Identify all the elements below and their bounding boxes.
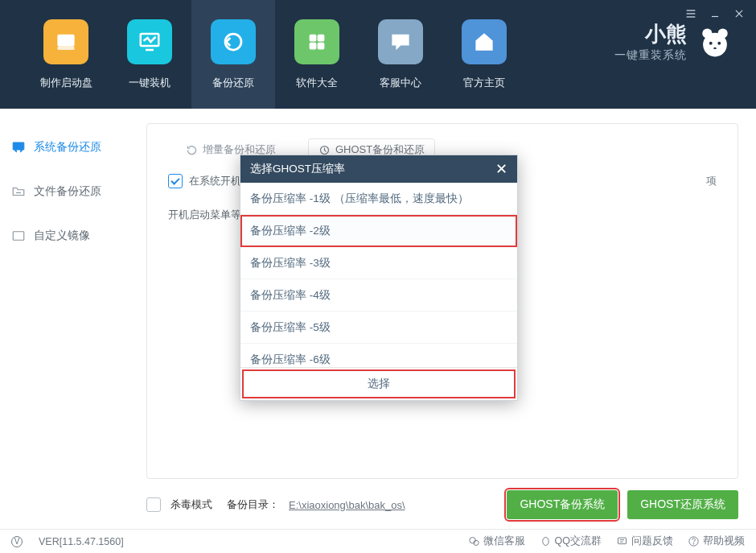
svg-rect-14	[318, 43, 324, 49]
menu-button[interactable]	[684, 6, 698, 21]
folder-icon	[11, 184, 26, 199]
svg-rect-21	[13, 142, 24, 150]
nav-home[interactable]: 官方主页	[442, 0, 526, 109]
status-wechat[interactable]: 微信客服	[468, 534, 525, 548]
nav-label: 客服中心	[380, 76, 421, 90]
qq-icon	[540, 535, 552, 547]
checkbox-antivirus[interactable]	[146, 497, 161, 512]
nav-oneclick[interactable]: 一键装机	[108, 0, 191, 109]
version-icon: V	[11, 536, 23, 547]
compression-option-1[interactable]: 备份压缩率 -1级 （压缩率最低，速度最快）	[240, 183, 517, 215]
close-button[interactable]	[732, 6, 746, 21]
modal-header: 选择GHOST压缩率 ✕	[240, 155, 517, 183]
bear-icon	[698, 25, 732, 59]
status-qq[interactable]: QQ交流群	[540, 534, 602, 548]
status-link-label: 问题反馈	[631, 534, 673, 548]
svg-point-27	[542, 538, 549, 546]
svg-rect-28	[618, 538, 627, 544]
backup-path-link[interactable]: E:\xiaoxiong\bak\bak_os\	[289, 499, 405, 511]
svg-rect-7	[58, 47, 74, 49]
svg-point-32	[693, 543, 694, 544]
svg-rect-12	[318, 35, 324, 41]
compression-modal: 选择GHOST压缩率 ✕ 备份压缩率 -1级 （压缩率最低，速度最快） 备份压缩…	[240, 155, 518, 401]
compression-options[interactable]: 备份压缩率 -1级 （压缩率最低，速度最快） 备份压缩率 -2级 备份压缩率 -…	[240, 183, 517, 368]
modal-title: 选择GHOST压缩率	[250, 162, 345, 176]
status-link-label: 帮助视频	[703, 534, 745, 548]
sidebar-label: 文件备份还原	[34, 184, 101, 199]
nav-label: 一键装机	[129, 76, 171, 90]
refresh-icon	[186, 144, 198, 156]
nav-boot-disk[interactable]: 制作启动盘	[24, 0, 108, 109]
sidebar-item-custom[interactable]: 自定义镜像	[0, 213, 128, 258]
compression-option-4[interactable]: 备份压缩率 -4级	[240, 279, 517, 312]
bottom-bar: 杀毒模式 备份目录： E:\xiaoxiong\bak\bak_os\ GHOS…	[146, 490, 738, 519]
nav-backup[interactable]: 备份还原	[191, 0, 275, 109]
svg-rect-6	[58, 35, 74, 46]
antivirus-label: 杀毒模式	[171, 497, 212, 512]
window-controls	[684, 6, 746, 21]
checkbox-boot[interactable]	[168, 174, 183, 188]
chat-icon	[378, 19, 423, 64]
status-bar: V VER[11.5.47.1560] 微信客服 QQ交流群 问题反馈 帮助视频	[0, 529, 756, 553]
sidebar-label: 系统备份还原	[34, 140, 101, 155]
title-bar: 制作启动盘 一键装机 备份还原 软件大全 客服中心 官方主页 小熊 一键重装系统	[0, 0, 756, 109]
system-icon	[11, 140, 26, 155]
compression-option-2[interactable]: 备份压缩率 -2级	[240, 215, 517, 247]
nav-label: 备份还原	[212, 76, 254, 90]
nav-label: 制作启动盘	[40, 76, 92, 90]
nav-label: 软件大全	[296, 76, 338, 90]
compression-option-5[interactable]: 备份压缩率 -5级	[240, 312, 517, 344]
brand-title: 小熊	[645, 20, 687, 48]
svg-point-18	[709, 41, 713, 44]
svg-rect-13	[310, 43, 316, 49]
nav-support[interactable]: 客服中心	[359, 0, 442, 109]
nav-label: 官方主页	[463, 76, 505, 90]
compression-option-3[interactable]: 备份压缩率 -3级	[240, 247, 517, 279]
status-link-label: QQ交流群	[555, 534, 602, 548]
sidebar: 系统备份还原 文件备份还原 自定义镜像	[0, 109, 129, 529]
disk-icon	[43, 19, 88, 64]
home-icon	[462, 19, 507, 64]
status-feedback[interactable]: 问题反馈	[616, 534, 673, 548]
compression-option-6[interactable]: 备份压缩率 -6级	[240, 344, 517, 368]
status-help[interactable]: 帮助视频	[688, 534, 745, 548]
apps-icon	[294, 19, 339, 64]
image-icon	[11, 229, 26, 243]
help-icon	[688, 535, 700, 547]
sidebar-item-system[interactable]: 系统备份还原	[0, 125, 128, 169]
svg-rect-11	[310, 35, 316, 41]
nav-software[interactable]: 软件大全	[275, 0, 359, 109]
sidebar-item-files[interactable]: 文件备份还原	[0, 169, 128, 213]
brand: 小熊 一键重装系统	[614, 20, 732, 63]
wechat-icon	[468, 535, 480, 547]
top-nav: 制作启动盘 一键装机 备份还原 软件大全 客服中心 官方主页	[24, 0, 526, 109]
svg-rect-23	[13, 231, 24, 240]
modal-select-button[interactable]: 选择	[242, 369, 516, 398]
ghost-backup-button[interactable]: GHOST备份系统	[507, 490, 618, 519]
version-text: VER[11.5.47.1560]	[39, 536, 124, 547]
option-tail: 项	[706, 174, 717, 188]
feedback-icon	[616, 535, 628, 547]
restore-icon	[211, 19, 256, 64]
status-link-label: 微信客服	[483, 534, 525, 548]
modal-close-button[interactable]: ✕	[495, 162, 507, 176]
monitor-icon	[127, 19, 172, 64]
svg-point-20	[713, 47, 717, 48]
ghost-restore-button[interactable]: GHOST还原系统	[627, 490, 738, 519]
sidebar-label: 自定义镜像	[34, 229, 90, 243]
svg-point-19	[717, 41, 721, 44]
brand-sub: 一键重装系统	[614, 48, 687, 63]
minimize-button[interactable]	[708, 6, 722, 21]
svg-point-17	[703, 32, 727, 56]
path-label: 备份目录：	[227, 497, 279, 512]
